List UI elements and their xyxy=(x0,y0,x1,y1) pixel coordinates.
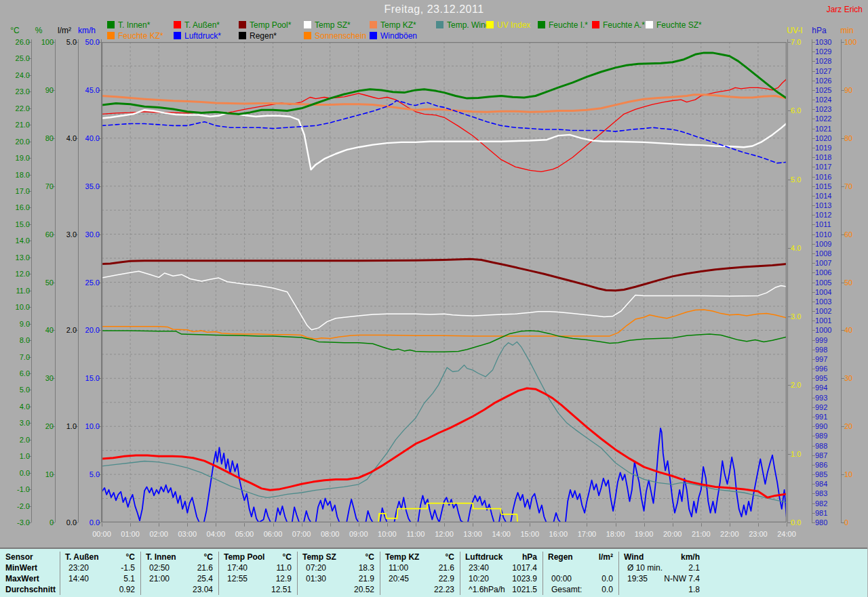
table-cell-min-regen xyxy=(542,562,618,573)
axis-tick-label-hpa: 1025 xyxy=(815,87,831,94)
legend-swatch-icon xyxy=(646,21,653,28)
cell-time: 00:00 xyxy=(551,574,572,583)
table-cell-max-t-au-en: 14:405.1 xyxy=(60,573,140,584)
sensor-unit: °C xyxy=(204,552,213,562)
x-axis-tick xyxy=(159,523,159,527)
table-cell-avg-luftdruck: ^1.6hPa/h1021.5 xyxy=(460,584,542,595)
x-axis-tick xyxy=(387,523,388,527)
cell-time: 20:45 xyxy=(389,574,409,583)
table-cell-min-t-innen: 02:5021.6 xyxy=(140,562,218,573)
cell-value: 25.4 xyxy=(197,574,213,583)
x-axis-tick xyxy=(244,523,245,527)
axis-tick-label-min: 20 xyxy=(844,423,852,430)
x-axis-label: 17:00 xyxy=(572,530,601,538)
axis-tick-label-celsius: 20.0 xyxy=(16,138,30,146)
x-axis-tick xyxy=(216,523,216,527)
legend-label: Feuchte KZ* xyxy=(118,31,163,41)
table-header-regen: Regenl/m² xyxy=(542,552,618,562)
table-header-wind: Windkm/h xyxy=(618,552,705,562)
sensor-unit: l/m² xyxy=(599,552,613,562)
axis-tick-label-kmh: 50.0 xyxy=(85,39,100,46)
axis-line-lm2 xyxy=(78,39,79,522)
x-axis-tick xyxy=(616,523,616,527)
x-axis-tick xyxy=(444,523,445,527)
axis-tick-label-celsius: 22.0 xyxy=(16,105,30,112)
axis-tick-label-min: 40 xyxy=(844,327,852,334)
axis-tick-label-min: 50 xyxy=(844,279,852,287)
legend-label: Feuchte SZ* xyxy=(656,20,702,30)
axis-tick-label-percent: 100 xyxy=(41,39,54,46)
x-axis-label: 22:00 xyxy=(715,530,745,538)
cell-value: 1023.9 xyxy=(512,574,537,583)
sensor-unit: °C xyxy=(366,552,374,562)
table-cell-avg-wind: 1.8 xyxy=(618,584,705,595)
axis-tick-label-hpa: 985 xyxy=(815,471,827,478)
table-cell-avg-t-innen: 23.04 xyxy=(140,584,218,595)
axis-header-hpa: hPa xyxy=(812,26,826,35)
axis-tick-label-hpa: 1022 xyxy=(815,115,831,123)
axis-tick-label-hpa: 1007 xyxy=(815,260,831,267)
axis-tick-label-kmh: 45.0 xyxy=(85,87,100,94)
cell-time: 11:00 xyxy=(389,563,408,573)
axis-tick-label-hpa: 982 xyxy=(815,500,827,508)
x-axis-tick xyxy=(530,523,530,527)
axis-tick-label-hpa: 997 xyxy=(815,356,827,363)
sensor-unit: hPa xyxy=(522,552,537,562)
cell-value: 22.9 xyxy=(439,574,454,583)
cell-time: 23:20 xyxy=(68,563,89,573)
legend-swatch-icon xyxy=(174,21,181,28)
axis-tick-label-hpa: 994 xyxy=(815,384,827,392)
axis-tick-label-hpa: 981 xyxy=(815,510,827,517)
x-axis-tick xyxy=(473,523,473,527)
axis-tick-label-hpa: 987 xyxy=(815,452,827,459)
cell-value: 22.23 xyxy=(434,585,454,594)
x-axis-tick xyxy=(730,523,730,527)
cell-value: 21.9 xyxy=(359,574,374,583)
axis-tick-label-celsius: 10.0 xyxy=(16,304,30,311)
legend-label: Sonnenschein xyxy=(315,31,366,41)
legend-item-t-innen-: T. Innen* xyxy=(107,20,150,29)
axis-tick-label-uv: 0.0 xyxy=(791,519,801,527)
x-axis-label: 02:00 xyxy=(144,530,174,538)
legend-label: Feuchte I.* xyxy=(549,20,588,30)
legend-swatch-icon xyxy=(239,32,246,39)
sensor-name: T. Innen xyxy=(146,552,176,562)
axis-tick-label-lm2: 5.0 xyxy=(66,39,77,46)
axis-tick-label-hpa: 1028 xyxy=(815,58,831,65)
legend-swatch-icon xyxy=(107,32,115,39)
cell-value: 0.92 xyxy=(119,585,135,594)
cell-time: Ø 10 min. xyxy=(627,563,663,573)
x-axis-label: 08:00 xyxy=(315,530,345,538)
axis-tick-label-celsius: 26.0 xyxy=(16,39,30,46)
sensor-unit: °C xyxy=(126,552,135,562)
axis-tick-label-celsius: -1.0 xyxy=(17,486,30,493)
axis-tick-label-hpa: 1003 xyxy=(815,298,831,306)
axis-tick-label-hpa: 989 xyxy=(815,432,827,440)
cell-time: ^1.6hPa/h xyxy=(469,585,505,594)
x-axis-tick xyxy=(273,523,274,527)
cell-value: 18.3 xyxy=(359,563,374,573)
statistics-table: SensorT. Außen°CT. Innen°CTemp Pool°CTem… xyxy=(0,548,867,597)
axis-line-celsius xyxy=(31,39,32,522)
cell-value: N-NW 7.4 xyxy=(664,574,700,583)
table-cell-avg-t-au-en: 0.92 xyxy=(60,584,140,595)
axis-tick-label-hpa: 1002 xyxy=(815,308,831,315)
x-axis-tick xyxy=(787,523,787,527)
sensor-name: Wind xyxy=(624,552,644,562)
table-cell-avg-regen: Gesamt:0.0 xyxy=(542,584,618,595)
axis-tick-label-hpa: 1021 xyxy=(815,125,831,133)
axis-tick-label-hpa: 1010 xyxy=(815,231,831,239)
axis-tick-label-celsius: 0.0 xyxy=(20,470,30,477)
axis-tick-label-hpa: 1026 xyxy=(815,77,831,85)
axis-tick-label-hpa: 1008 xyxy=(815,250,831,258)
axis-tick-label-hpa: 1005 xyxy=(815,279,831,287)
cell-time: Gesamt: xyxy=(551,585,582,594)
axis-line-uv xyxy=(787,39,788,522)
x-axis-label: 06:00 xyxy=(258,530,288,538)
legend-item-feuchte-sz-: Feuchte SZ* xyxy=(646,20,702,29)
table-cell-min-luftdruck: 23:401017.4 xyxy=(460,562,542,573)
weather-app-window: Freitag, 23.12.2011 Jarz Erich T. Innen*… xyxy=(0,0,868,597)
x-axis-tick xyxy=(130,523,131,527)
cell-time: 21:00 xyxy=(149,574,170,583)
table-cell-avg-temp-sz: 20.52 xyxy=(297,584,380,595)
